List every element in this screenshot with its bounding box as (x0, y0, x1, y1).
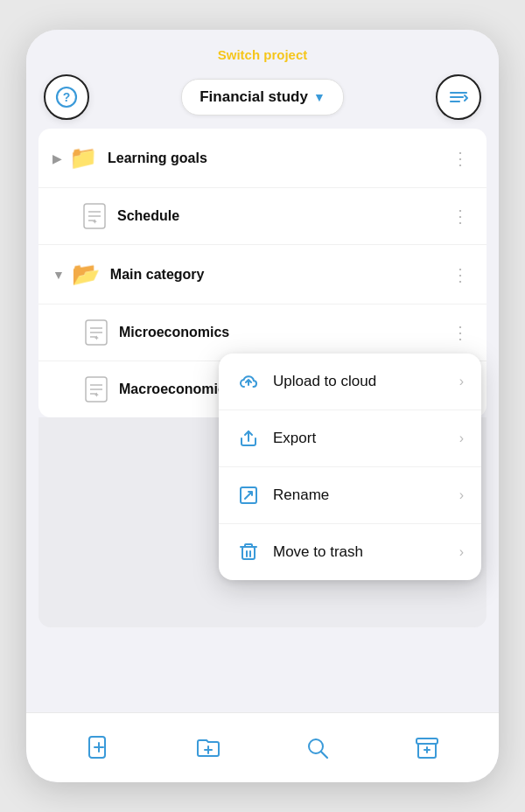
svg-text:?: ? (63, 90, 71, 104)
list-item[interactable]: ✦ Schedule ⋮ (38, 188, 486, 245)
file-icon: ✦ (84, 377, 108, 402)
file-icon: ✦ (82, 204, 107, 228)
folder-icon: 📁 (69, 144, 97, 172)
project-selector[interactable]: Financial study ▼ (181, 79, 344, 116)
question-mark-icon: ? (55, 86, 78, 108)
chevron-right-icon: › (459, 374, 464, 389)
help-button[interactable]: ? (44, 74, 89, 120)
search-button[interactable] (296, 726, 340, 770)
phone-container: Switch project ? Financial study ▼ (26, 30, 499, 782)
add-folder-icon (195, 735, 221, 761)
export-label: Export (273, 430, 447, 447)
folder-icon: 📂 (72, 261, 100, 288)
context-menu: Upload to cloud › Export › (219, 354, 481, 580)
bottom-toolbar (26, 712, 499, 782)
header: Switch project ? Financial study ▼ (26, 30, 499, 129)
list-item[interactable]: ▶ 📁 Learning goals ⋮ (38, 129, 486, 188)
search-icon (304, 735, 331, 761)
item-label: Main category (110, 267, 448, 283)
switch-project-label: Switch project (44, 47, 481, 62)
chevron-right-icon: › (459, 544, 464, 560)
svg-line-31 (321, 752, 327, 758)
context-menu-item-upload[interactable]: Upload to cloud › (219, 354, 481, 410)
project-name: Financial study (200, 88, 308, 106)
more-options-icon[interactable]: ⋮ (448, 322, 472, 343)
chevron-right-icon: › (459, 487, 464, 503)
context-menu-item-trash[interactable]: Move to trash › (219, 524, 481, 580)
add-folder-button[interactable] (186, 726, 230, 770)
more-options-icon[interactable]: ⋮ (448, 206, 472, 227)
trash-icon (236, 540, 261, 564)
chevron-right-icon: › (459, 430, 464, 446)
svg-rect-22 (242, 547, 255, 559)
svg-text:✦: ✦ (94, 391, 100, 399)
sort-button[interactable] (436, 74, 481, 120)
more-options-icon[interactable]: ⋮ (448, 264, 472, 285)
file-icon: ✦ (84, 320, 108, 345)
add-file-icon (86, 735, 112, 761)
export-icon (236, 426, 261, 451)
sort-icon (447, 86, 470, 108)
rename-icon (236, 483, 261, 508)
trash-label: Move to trash (273, 543, 447, 561)
header-row: ? Financial study ▼ (44, 74, 481, 120)
svg-text:✦: ✦ (92, 218, 98, 226)
svg-rect-32 (416, 738, 438, 744)
chevron-down-icon: ▼ (313, 90, 326, 104)
cloud-upload-icon (236, 369, 261, 394)
item-label: Microeconomics (119, 325, 448, 340)
context-menu-item-export[interactable]: Export › (219, 410, 481, 467)
chevron-down-icon: ▼ (52, 268, 65, 282)
item-label: Schedule (117, 208, 448, 224)
upload-label: Upload to cloud (273, 373, 447, 390)
rename-label: Rename (273, 486, 447, 504)
item-label: Learning goals (108, 150, 448, 166)
context-menu-item-rename[interactable]: Rename › (219, 467, 481, 524)
svg-text:✦: ✦ (94, 334, 100, 342)
chevron-right-icon: ▶ (52, 151, 62, 165)
archive-button[interactable] (405, 726, 449, 770)
list-item[interactable]: ▼ 📂 Main category ⋮ (38, 245, 486, 304)
more-options-icon[interactable]: ⋮ (448, 148, 472, 169)
archive-icon (414, 735, 440, 761)
add-file-button[interactable] (77, 726, 121, 770)
